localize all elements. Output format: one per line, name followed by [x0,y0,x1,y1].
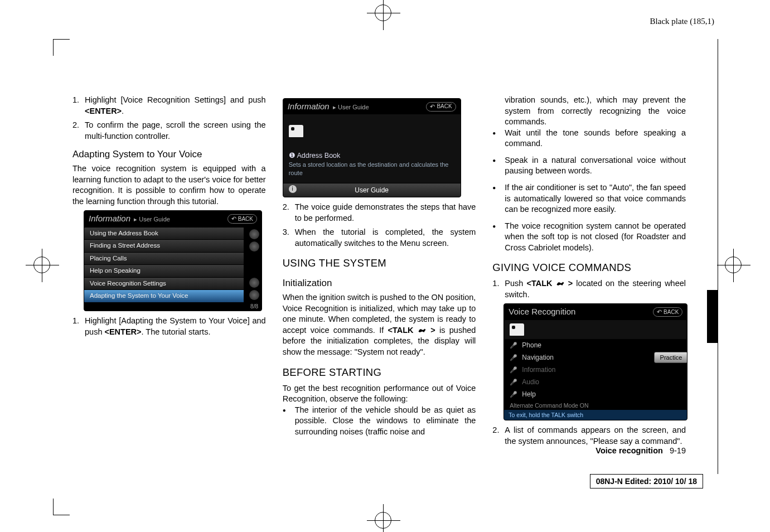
back-button[interactable]: BACK [653,307,682,317]
scroll-up-button[interactable] [249,229,259,239]
screenshot-user-guide-list: Information ▸ User Guide BACK Using the … [84,210,262,311]
vehicle-icon [289,125,303,137]
mic-icon [510,390,517,399]
paragraph: The voice recognition system is equipped… [72,163,266,207]
menu-item[interactable]: Voice Recognition Settings [84,277,244,290]
page-footer: Voice recognition 9-19 [72,446,686,455]
menu-item[interactable]: Finding a Street Address [84,239,244,252]
list-item: ●Wait until the tone sounds before speak… [492,128,686,149]
voice-menu-item[interactable]: Help [504,388,687,400]
crop-mark [53,39,70,56]
list-item: 1.Highlight [Voice Recognition Settings]… [72,95,266,117]
list-item: 2.The voice guide demonstrates the steps… [283,202,476,224]
talk-icon [556,280,565,287]
scroll-down-button[interactable] [249,290,259,300]
list-item: ●If the air conditioner is set to "Auto"… [492,182,686,215]
heading-before-starting: BEFORE STARTING [283,366,476,380]
screenshot-desc: Sets a stored location as the destinatio… [289,161,455,177]
mic-icon [510,378,517,386]
list-item: 3.When the tutorial is completed, the sy… [283,227,476,249]
paragraph: When the ignition switch is pushed to th… [283,292,476,357]
vehicle-icon [510,323,524,336]
column-1: 1.Highlight [Voice Recognition Settings]… [72,95,266,450]
page-content: 1.Highlight [Voice Recognition Settings]… [72,95,686,450]
list-item: 2.To confirm the page, scroll the screen… [72,120,266,142]
list-item: 1.Highlight [Adapting the System to Your… [72,316,266,337]
back-button[interactable]: BACK [227,214,257,224]
menu-item-selected[interactable]: Adapting the System to Your Voice [84,289,244,302]
scroll-indicator [249,241,259,252]
info-icon: i [289,185,297,193]
list-item: ●The voice recognition system cannot be … [492,221,686,254]
screenshot-voice-recognition: Voice Recognition BACK Phone NavigationP… [503,303,687,420]
voice-menu-item[interactable]: Audio [504,376,687,388]
list-item: 1.Push <TALK > located on the steering w… [492,278,686,300]
menu-item[interactable]: Using the Address Book [84,227,244,240]
scroll-indicator [249,278,259,288]
crop-mark [718,39,718,474]
edition-stamp: 08NJ-N Edited: 2010/ 10/ 18 [590,474,703,489]
crop-mark [53,499,70,515]
registration-mark-right [725,257,742,273]
plate-label: Black plate (185,1) [650,17,714,26]
thumb-tab [707,290,718,343]
mic-icon [510,365,517,374]
menu-item[interactable]: Help on Speaking [84,264,244,277]
mic-icon [510,341,517,350]
heading-using-system: USING THE SYSTEM [283,257,476,270]
menu-item[interactable]: Placing Calls [84,252,244,265]
list-item: ●Speak in a natural conversational voice… [492,155,686,177]
registration-mark-bottom [375,512,391,529]
list-item: 2.A list of commands appears on the scre… [492,425,686,447]
voice-menu-item[interactable]: Phone [504,339,687,351]
voice-mode-label: Alternate Command Mode ON [504,401,687,410]
practice-button[interactable]: Practice [654,352,688,364]
mic-icon [510,353,517,362]
heading-initialization: Initialization [283,277,476,290]
voice-menu-item[interactable]: NavigationPractice [504,351,687,364]
voice-menu-item[interactable]: Information [504,364,687,376]
screenshot-address-book: Information ▸ User Guide BACK ❶ Address … [283,98,461,197]
heading-giving-voice-commands: GIVING VOICE COMMANDS [492,261,686,275]
talk-icon [418,327,427,333]
voice-footer-hint: To exit, hold the TALK switch [504,410,687,420]
screenshot-heading: ❶ Address Book [289,151,455,161]
list-item: ●The interior of the vehicle should be a… [283,405,476,438]
registration-mark-left [33,257,50,273]
page-indicator: 8/8 [84,302,261,311]
column-2: Information ▸ User Guide BACK ❶ Address … [283,95,476,450]
column-3: vibration sounds, etc.), which may preve… [492,95,686,450]
registration-mark-top [375,4,391,21]
paragraph: To get the best recognition performance … [283,383,476,405]
screenshot-footer: iUser Guide [283,183,461,197]
paragraph-continuation: vibration sounds, etc.), which may preve… [492,95,686,128]
heading-adapting: Adapting System to Your Voice [72,148,266,161]
back-button[interactable]: BACK [426,102,456,112]
